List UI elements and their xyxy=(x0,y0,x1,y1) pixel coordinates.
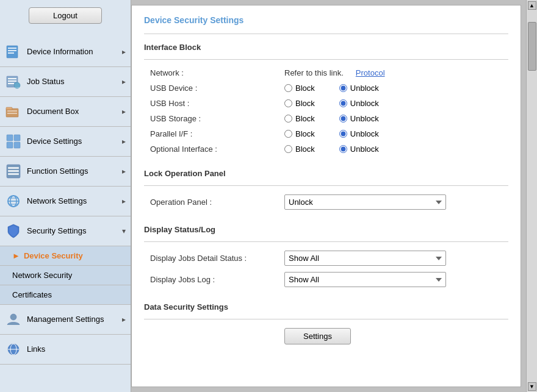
svg-rect-12 xyxy=(7,110,17,112)
radio-usb-host-block[interactable]: Block xyxy=(284,99,315,108)
label-display-jobs-log: Display Jobs Log : xyxy=(150,275,284,284)
select-display-jobs-detail-wrapper: Show All Hide All Show Only Login User xyxy=(284,251,446,266)
label-display-jobs-detail: Display Jobs Detail Status : xyxy=(150,254,284,263)
scrollbar: ▲ ▼ xyxy=(526,0,537,392)
sidebar-nav: Device Information ▸ ... Job Status ▸ xyxy=(0,37,131,392)
main-wrapper: Device Security Settings Interface Block… xyxy=(131,0,537,392)
svg-rect-20 xyxy=(8,170,19,172)
section-lock-operation: Lock Operation Panel xyxy=(144,169,508,178)
chevron-right-icon: ▸ xyxy=(122,77,126,86)
svg-rect-7 xyxy=(8,83,14,84)
svg-rect-5 xyxy=(8,78,16,79)
sidebar-item-document-box[interactable]: Document Box ▸ xyxy=(0,97,131,127)
svg-rect-16 xyxy=(7,142,13,148)
sidebar-label-document-box: Document Box xyxy=(27,107,122,116)
row-display-jobs-detail: Display Jobs Detail Status : Show All Hi… xyxy=(144,251,508,266)
sidebar-item-links[interactable]: Links xyxy=(0,335,131,365)
label-usb-host: USB Host : xyxy=(150,99,284,108)
logout-button[interactable]: Logout xyxy=(29,7,102,24)
svg-rect-19 xyxy=(8,167,19,169)
scroll-down-button[interactable]: ▼ xyxy=(528,382,536,391)
label-usb-device: USB Device : xyxy=(150,84,284,93)
sidebar-subitem-label-device-security: Device Security xyxy=(24,251,83,260)
sidebar-item-management-settings[interactable]: Management Settings ▸ xyxy=(0,305,131,335)
select-display-jobs-log-wrapper: Show All Hide All Show Only Login User xyxy=(284,272,446,287)
sidebar-subitem-network-security[interactable]: Network Security xyxy=(0,266,131,285)
scroll-up-button[interactable]: ▲ xyxy=(528,1,536,10)
radio-usb-host-unblock[interactable]: Unblock xyxy=(339,99,379,108)
radio-optional-interface-unblock[interactable]: Unblock xyxy=(339,144,379,154)
function-settings-icon xyxy=(5,163,22,180)
sidebar-label-job-status: Job Status xyxy=(27,77,122,87)
scroll-thumb[interactable] xyxy=(528,22,536,71)
controls-network: Refer to this link. Protocol xyxy=(284,68,385,77)
radio-usb-storage-block[interactable]: Block xyxy=(284,114,315,123)
sidebar-item-device-information[interactable]: Device Information ▸ xyxy=(0,37,131,67)
radio-parallel-if-block[interactable]: Block xyxy=(284,129,315,138)
management-settings-icon xyxy=(5,311,22,328)
network-settings-icon xyxy=(5,193,22,210)
sidebar-label-security-settings: Security Settings xyxy=(27,226,122,236)
radio-usb-device-unblock[interactable]: Unblock xyxy=(339,84,379,93)
document-box-icon xyxy=(5,103,22,120)
sidebar-item-network-settings[interactable]: Network Settings ▸ xyxy=(0,187,131,216)
label-operation-panel: Operation Panel : xyxy=(150,198,284,207)
row-optional-interface: Optional Interface : Block Unblock xyxy=(144,144,508,154)
radio-usb-storage-unblock[interactable]: Unblock xyxy=(339,114,379,123)
logout-area: Logout xyxy=(0,0,131,31)
svg-rect-6 xyxy=(8,80,16,82)
section-interface-block: Interface Block xyxy=(144,43,508,52)
sidebar-label-device-settings: Device Settings xyxy=(27,137,122,146)
chevron-right-icon: ▸ xyxy=(122,48,126,56)
radio-optional-interface-block[interactable]: Block xyxy=(284,144,315,154)
chevron-right-icon: ▸ xyxy=(122,137,126,146)
row-network: Network : Refer to this link. Protocol xyxy=(144,68,508,77)
row-data-security-settings: Settings xyxy=(144,328,508,344)
select-display-jobs-detail[interactable]: Show All Hide All Show Only Login User xyxy=(284,251,446,266)
arrow-right-icon: ► xyxy=(12,251,20,260)
sidebar-item-function-settings[interactable]: Function Settings ▸ xyxy=(0,157,131,187)
radio-parallel-if: Block Unblock xyxy=(284,129,379,138)
radio-usb-device-block[interactable]: Block xyxy=(284,84,315,93)
device-info-icon xyxy=(5,43,22,60)
network-refer-text: Refer to this link. xyxy=(284,68,344,77)
label-optional-interface: Optional Interface : xyxy=(150,144,284,154)
sidebar-subitem-certificates[interactable]: Certificates xyxy=(0,285,131,305)
select-operation-panel[interactable]: Unlock Lock xyxy=(284,194,446,210)
radio-optional-interface: Block Unblock xyxy=(284,144,379,154)
label-parallel-if: Parallel I/F : xyxy=(150,129,284,138)
row-usb-host: USB Host : Block Unblock xyxy=(144,99,508,108)
settings-button[interactable]: Settings xyxy=(284,328,351,344)
sidebar-label-function-settings: Function Settings xyxy=(27,166,122,176)
label-network: Network : xyxy=(150,68,284,77)
sidebar-item-job-status[interactable]: ... Job Status ▸ xyxy=(0,67,131,97)
radio-parallel-if-unblock[interactable]: Unblock xyxy=(339,129,379,138)
sidebar-item-device-settings[interactable]: Device Settings ▸ xyxy=(0,127,131,157)
content-panel: Device Security Settings Interface Block… xyxy=(131,5,521,387)
svg-rect-13 xyxy=(7,113,17,114)
sidebar-label-management-settings: Management Settings xyxy=(27,315,122,324)
protocol-link[interactable]: Protocol xyxy=(356,68,385,77)
row-parallel-if: Parallel I/F : Block Unblock xyxy=(144,129,508,138)
security-settings-icon xyxy=(5,223,22,240)
section-data-security: Data Security Settings xyxy=(144,302,508,312)
section-display-status: Display Status/Log xyxy=(144,225,508,234)
chevron-right-icon: ▸ xyxy=(122,107,126,116)
select-operation-panel-wrapper: Unlock Lock xyxy=(284,194,446,210)
radio-usb-device: Block Unblock xyxy=(284,84,379,93)
svg-rect-14 xyxy=(7,135,13,141)
select-display-jobs-log[interactable]: Show All Hide All Show Only Login User xyxy=(284,272,446,287)
device-settings-icon xyxy=(5,133,22,150)
sidebar-item-security-settings[interactable]: Security Settings ▾ xyxy=(0,216,131,246)
sidebar-label-device-information: Device Information xyxy=(27,47,122,57)
radio-usb-storage: Block Unblock xyxy=(284,114,379,123)
svg-text:...: ... xyxy=(15,84,20,89)
row-usb-device: USB Device : Block Unblock xyxy=(144,84,508,93)
sidebar-label-links: Links xyxy=(27,344,126,354)
sidebar-subitem-device-security[interactable]: ► Device Security xyxy=(0,246,131,266)
svg-rect-1 xyxy=(8,48,16,49)
svg-rect-2 xyxy=(8,50,16,51)
chevron-down-icon: ▾ xyxy=(122,227,126,235)
chevron-right-icon: ▸ xyxy=(122,197,126,205)
sidebar-label-network-settings: Network Settings xyxy=(27,196,122,206)
